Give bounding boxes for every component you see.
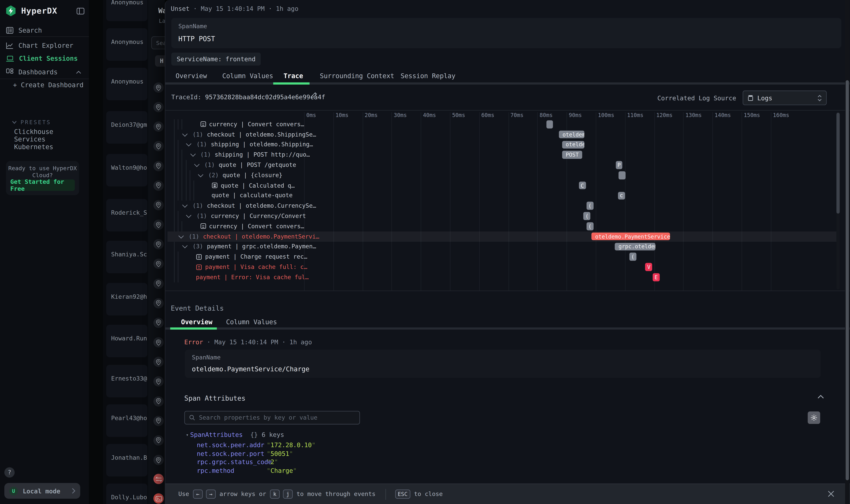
location-pin-icon[interactable]	[153, 455, 164, 465]
span-duration-bar[interactable]	[619, 171, 626, 179]
sidebar-item-client-sessions[interactable]: Client Sessions	[0, 52, 89, 65]
session-list-item[interactable]: Jonathan.B	[106, 444, 147, 476]
span-duration-bar[interactable]: (	[586, 222, 594, 230]
presets-toggle[interactable]: PRESETS	[12, 119, 51, 125]
span-duration-bar[interactable]: c	[618, 192, 625, 199]
preset-kubernetes[interactable]: Kubernetes	[14, 143, 53, 151]
span-duration-bar[interactable]: oteldemo.	[559, 130, 584, 138]
close-icon[interactable]	[827, 490, 835, 498]
gear-icon[interactable]	[808, 411, 820, 424]
chevron-down-icon[interactable]	[182, 131, 188, 137]
trace-span-row[interactable]: (1)shipping | POST http://quo…	[192, 150, 310, 160]
chevron-down-icon[interactable]	[186, 213, 192, 218]
location-pin-icon[interactable]	[153, 435, 164, 446]
span-duration-bar[interactable]: grpc.oteldemo.	[615, 242, 655, 250]
span-duration-bar[interactable]: E	[653, 273, 659, 281]
chevron-down-icon[interactable]	[182, 243, 188, 249]
span-duration-bar[interactable]: oteldem	[562, 141, 584, 148]
location-pin-icon[interactable]	[153, 318, 164, 328]
span-duration-bar[interactable]: (	[583, 212, 591, 220]
trace-span-row[interactable]: payment | Charge request rec…	[196, 252, 307, 262]
sidebar-item-dashboards[interactable]: Dashboards	[0, 66, 89, 79]
events-filter-button[interactable]: H	[155, 55, 165, 67]
tab-overview[interactable]: Overview	[176, 72, 207, 80]
trace-span-row[interactable]: quote | Calculated q…	[212, 180, 295, 191]
service-name-chip[interactable]: ServiceName: frontend	[171, 53, 261, 66]
sidebar-item-chart-explorer[interactable]: Chart Explorer	[0, 39, 89, 52]
ed-tab-column-values[interactable]: Column Values	[226, 318, 277, 326]
chevron-down-icon[interactable]	[194, 162, 199, 167]
preset-services[interactable]: Services	[14, 136, 46, 143]
edit-pencil-icon[interactable]	[311, 92, 318, 98]
create-dashboard-button[interactable]: + Create Dashboard	[13, 81, 84, 89]
trace-span-row[interactable]: currency | Convert convers…	[200, 119, 304, 129]
help-button[interactable]: ?	[4, 467, 15, 478]
location-pin-icon[interactable]	[153, 200, 164, 210]
location-pin-icon[interactable]	[153, 298, 164, 308]
trace-span-row[interactable]: quote | calculate-quote	[212, 191, 293, 201]
session-list-item[interactable]: Deion37@gm	[106, 111, 147, 144]
tab-surrounding-context[interactable]: Surrounding Context	[320, 72, 394, 80]
session-list-item[interactable]: Anonymous	[106, 68, 147, 101]
location-pin-icon[interactable]	[153, 82, 164, 93]
location-pin-icon[interactable]	[153, 278, 164, 289]
span-duration-bar[interactable]: oteldemo.PaymentService/Char	[591, 232, 670, 240]
location-pin-icon[interactable]	[153, 122, 164, 132]
attributes-search-input[interactable]	[199, 414, 340, 421]
tab-session-replay[interactable]: Session Replay	[401, 72, 455, 80]
session-list-item[interactable]: Roderick_S	[106, 199, 147, 232]
session-list-item[interactable]: Howard.Run	[106, 325, 147, 357]
chevron-down-icon[interactable]	[182, 202, 188, 208]
trace-span-row[interactable]: payment | Error: Visa cache ful…	[196, 272, 309, 282]
session-list-item[interactable]: Kieran92@h	[106, 283, 147, 316]
ed-tab-overview[interactable]: Overview	[181, 318, 212, 326]
location-pin-icon[interactable]	[153, 357, 164, 367]
trace-span-row[interactable]: (1)quote | POST /getquote	[196, 160, 296, 170]
location-pin-icon[interactable]	[153, 337, 164, 347]
sidebar-item-search[interactable]: Search	[0, 24, 89, 37]
trace-span-row[interactable]: payment | Visa cache full: c…	[196, 262, 307, 272]
chevron-down-icon[interactable]	[190, 151, 196, 157]
session-list-item[interactable]: Anonymous	[106, 28, 147, 61]
trace-span-row[interactable]: currency | Convert convers…	[200, 221, 304, 231]
swap-icon[interactable]	[153, 474, 164, 484]
location-pin-icon[interactable]	[153, 239, 164, 250]
local-mode-button[interactable]: U Local mode	[4, 483, 80, 499]
preset-clickhouse[interactable]: Clickhouse	[14, 128, 53, 136]
panel-collapse-icon[interactable]	[76, 7, 85, 15]
trace-span-row[interactable]: (1)checkout | oteldemo.CurrencySe…	[184, 201, 316, 211]
session-list-item[interactable]: Shaniya.Sc	[106, 241, 147, 273]
location-pin-icon[interactable]	[153, 219, 164, 230]
get-started-button[interactable]: Get Started for Free	[10, 179, 75, 191]
tab-column-values[interactable]: Column Values	[222, 72, 273, 80]
attributes-root-row[interactable]: ▾ SpanAttributes {} 6 keys	[186, 430, 284, 439]
session-list-item[interactable]: Ernesto33@	[106, 365, 147, 397]
location-pin-icon[interactable]	[153, 396, 164, 406]
location-pin-icon[interactable]	[153, 102, 164, 112]
location-pin-icon[interactable]	[153, 259, 164, 269]
attributes-search[interactable]	[184, 411, 360, 425]
location-pin-icon[interactable]	[153, 161, 164, 171]
session-list-item[interactable]: Anonymous	[106, 0, 147, 21]
span-duration-bar[interactable]: (	[629, 253, 636, 261]
session-list-item[interactable]: Pearl43@ho	[106, 404, 147, 437]
chevron-up-icon[interactable]	[76, 70, 81, 74]
span-duration-bar[interactable]: P	[616, 161, 622, 169]
trace-span-row[interactable]: (1)checkout | oteldemo.PaymentServi…	[180, 231, 319, 241]
span-duration-bar[interactable]	[546, 120, 553, 128]
trace-span-row[interactable]: (1)checkout | oteldemo.ShippingSe…	[184, 129, 316, 140]
tab-trace[interactable]: Trace	[284, 72, 303, 80]
chevron-up-icon[interactable]	[817, 395, 824, 399]
trace-span-row[interactable]: (3)payment | grpc.oteldemo.Paymen…	[184, 241, 316, 252]
log-source-select[interactable]: Logs	[743, 91, 827, 105]
trace-span-row[interactable]: (1)currency | Currency/Convert	[188, 211, 306, 221]
events-search-input[interactable]: Sea	[151, 36, 165, 49]
location-pin-icon[interactable]	[153, 376, 164, 386]
chevron-down-icon[interactable]	[198, 172, 203, 177]
scrollbar-thumb[interactable]	[836, 113, 840, 214]
trace-span-row[interactable]: (2)quote | {closure}	[199, 170, 283, 180]
span-duration-bar[interactable]: POST h	[562, 151, 582, 159]
scrollbar-thumb[interactable]	[846, 80, 849, 480]
span-duration-bar[interactable]: V	[645, 263, 652, 271]
span-duration-bar[interactable]: C	[579, 182, 586, 190]
